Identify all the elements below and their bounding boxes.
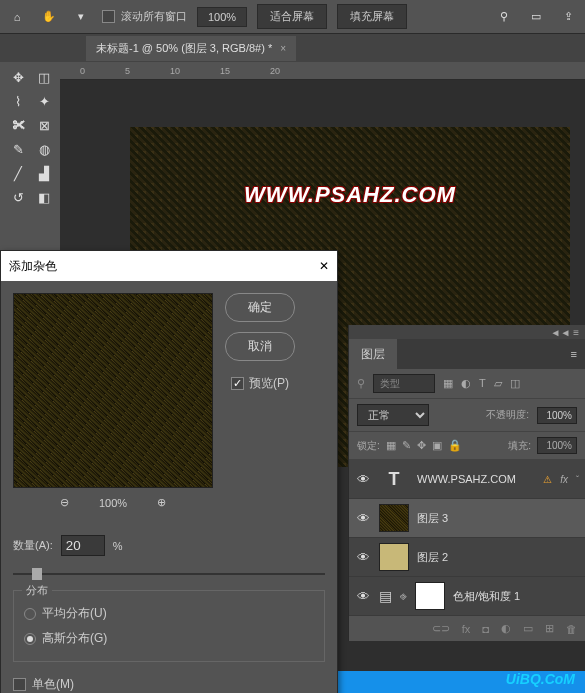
layer-filter-row: ⚲ ▦ ◐ T ▱ ◫ xyxy=(349,369,585,399)
document-title: 未标题-1 @ 50% (图层 3, RGB/8#) * xyxy=(96,41,272,56)
close-icon[interactable]: ✕ xyxy=(319,259,329,273)
lock-artboard-icon[interactable]: ▣ xyxy=(432,439,442,452)
visibility-icon[interactable]: 👁 xyxy=(355,472,371,487)
layer-name: 图层 3 xyxy=(417,511,579,526)
link-icon: ⎆ xyxy=(400,590,407,602)
filter-type-icon[interactable]: T xyxy=(479,377,486,390)
hand-tool-icon[interactable]: ✋ xyxy=(38,6,60,28)
document-tab[interactable]: 未标题-1 @ 50% (图层 3, RGB/8#) * × xyxy=(86,36,296,61)
filter-shape-icon[interactable]: ▱ xyxy=(494,377,502,390)
distribution-group: 分布 平均分布(U) 高斯分布(G) xyxy=(13,590,325,662)
panel-menu-icon[interactable]: ≡ xyxy=(563,348,585,360)
zoom-value[interactable]: 100% xyxy=(197,7,247,27)
magic-wand-tool[interactable]: ✦ xyxy=(32,90,56,112)
share-icon[interactable]: ⇪ xyxy=(557,6,579,28)
search-icon[interactable]: ⚲ xyxy=(357,377,365,390)
layer-row[interactable]: 👁 图层 2 xyxy=(349,538,585,577)
filter-pixel-icon[interactable]: ▦ xyxy=(443,377,453,390)
layer-mask-icon[interactable]: ◘ xyxy=(482,623,489,635)
layers-panel: ◄◄ ≡ 图层 ≡ ⚲ ▦ ◐ T ▱ ◫ 正常 不透明度: 100% 锁定: … xyxy=(348,325,585,641)
panel-collapse-bar[interactable]: ◄◄ ≡ xyxy=(349,325,585,339)
layer-row[interactable]: 👁 ▤ ⎆ 色相/饱和度 1 xyxy=(349,577,585,616)
gaussian-radio[interactable]: 高斯分布(G) xyxy=(24,626,314,651)
amount-unit: % xyxy=(113,540,123,552)
layer-row[interactable]: 👁 图层 3 xyxy=(349,499,585,538)
preview-label: 预览(P) xyxy=(249,375,289,392)
add-noise-dialog: 添加杂色 ✕ ⊖ 100% ⊕ 确定 取消 预览(P) 数量(A): % xyxy=(0,250,338,693)
link-layers-icon[interactable]: ⊂⊃ xyxy=(432,622,450,635)
move-tool[interactable]: ✥ xyxy=(6,66,30,88)
ruler-horizontal: 0 5 10 15 20 xyxy=(60,62,585,80)
scroll-all-label: 滚动所有窗口 xyxy=(121,9,187,24)
ok-button[interactable]: 确定 xyxy=(225,293,295,322)
scroll-all-checkbox[interactable]: 滚动所有窗口 xyxy=(102,9,187,24)
new-layer-icon[interactable]: ⊞ xyxy=(545,622,554,635)
delete-layer-icon[interactable]: 🗑 xyxy=(566,623,577,635)
adjustment-layer-icon[interactable]: ◐ xyxy=(501,622,511,635)
zoom-in-icon[interactable]: ⊕ xyxy=(157,496,166,509)
visibility-icon[interactable]: 👁 xyxy=(355,589,371,604)
monochrome-checkbox[interactable]: 单色(M) xyxy=(1,670,337,693)
layer-fx-icon[interactable]: fx xyxy=(462,623,471,635)
layer-row[interactable]: 👁 T WWW.PSAHZ.COM ⚠ fx ˇ xyxy=(349,460,585,499)
fill-label: 填充: xyxy=(508,439,531,453)
lock-pixels-icon[interactable]: ✎ xyxy=(402,439,411,452)
dropdown-icon[interactable]: ▾ xyxy=(70,6,92,28)
group-icon[interactable]: ▭ xyxy=(523,622,533,635)
tools-panel: ✥ ◫ ⌇ ✦ ✀ ⊠ ✎ ◍ ╱ ▟ ↺ ◧ xyxy=(4,64,56,210)
opacity-input[interactable]: 100% xyxy=(537,407,577,424)
layers-tab[interactable]: 图层 xyxy=(349,339,397,370)
slider-thumb[interactable] xyxy=(32,568,42,580)
stamp-tool[interactable]: ▟ xyxy=(32,162,56,184)
preview-zoom-value: 100% xyxy=(99,497,127,509)
lock-position-icon[interactable]: ✥ xyxy=(417,439,426,452)
layers-panel-footer: ⊂⊃ fx ◘ ◐ ▭ ⊞ 🗑 xyxy=(349,616,585,641)
zoom-out-icon[interactable]: ⊖ xyxy=(60,496,69,509)
layer-thumb-text: T xyxy=(379,465,409,493)
lasso-tool[interactable]: ⌇ xyxy=(6,90,30,112)
canvas-text-layer: WWW.PSAHZ.COM xyxy=(244,182,456,208)
blend-mode-select[interactable]: 正常 xyxy=(357,404,429,426)
history-brush-tool[interactable]: ↺ xyxy=(6,186,30,208)
search-icon[interactable]: ⚲ xyxy=(493,6,515,28)
marquee-tool[interactable]: ◫ xyxy=(32,66,56,88)
home-icon[interactable]: ⌂ xyxy=(6,6,28,28)
filter-adjust-icon[interactable]: ◐ xyxy=(461,377,471,390)
document-tab-bar: 未标题-1 @ 50% (图层 3, RGB/8#) * × xyxy=(0,34,585,62)
layer-list: 👁 T WWW.PSAHZ.COM ⚠ fx ˇ 👁 图层 3 👁 图层 2 👁… xyxy=(349,460,585,616)
uniform-radio[interactable]: 平均分布(U) xyxy=(24,601,314,626)
filter-smart-icon[interactable]: ◫ xyxy=(510,377,520,390)
chevron-down-icon[interactable]: ˇ xyxy=(576,474,579,484)
lock-label: 锁定: xyxy=(357,439,380,453)
lock-all-icon[interactable]: 🔒 xyxy=(448,439,462,452)
opacity-label: 不透明度: xyxy=(486,408,529,422)
eyedropper-tool[interactable]: ✎ xyxy=(6,138,30,160)
visibility-icon[interactable]: 👁 xyxy=(355,550,371,565)
filter-kind-select[interactable] xyxy=(373,374,435,393)
preview-checkbox[interactable]: 预览(P) xyxy=(231,375,289,392)
close-icon[interactable]: × xyxy=(280,43,286,54)
fill-screen-button[interactable]: 填充屏幕 xyxy=(337,4,407,29)
amount-input[interactable] xyxy=(61,535,105,556)
eraser-tool[interactable]: ◧ xyxy=(32,186,56,208)
checkbox-icon xyxy=(231,377,244,390)
fill-input[interactable]: 100% xyxy=(537,437,577,454)
frame-tool[interactable]: ⊠ xyxy=(32,114,56,136)
warning-icon: ⚠ xyxy=(543,474,552,485)
visibility-icon[interactable]: 👁 xyxy=(355,511,371,526)
fx-badge[interactable]: fx xyxy=(560,474,568,485)
amount-label: 数量(A): xyxy=(13,538,53,553)
crop-tool[interactable]: ✀ xyxy=(6,114,30,136)
radio-icon xyxy=(24,633,36,645)
lock-row: 锁定: ▦ ✎ ✥ ▣ 🔒 填充: 100% xyxy=(349,432,585,460)
fit-screen-button[interactable]: 适合屏幕 xyxy=(257,4,327,29)
arrange-icon[interactable]: ▭ xyxy=(525,6,547,28)
cancel-button[interactable]: 取消 xyxy=(225,332,295,361)
layer-thumb xyxy=(379,504,409,532)
lock-transparent-icon[interactable]: ▦ xyxy=(386,439,396,452)
amount-slider[interactable] xyxy=(13,566,325,582)
dialog-titlebar[interactable]: 添加杂色 ✕ xyxy=(1,251,337,281)
healing-tool[interactable]: ◍ xyxy=(32,138,56,160)
brush-tool[interactable]: ╱ xyxy=(6,162,30,184)
layer-name: 图层 2 xyxy=(417,550,579,565)
